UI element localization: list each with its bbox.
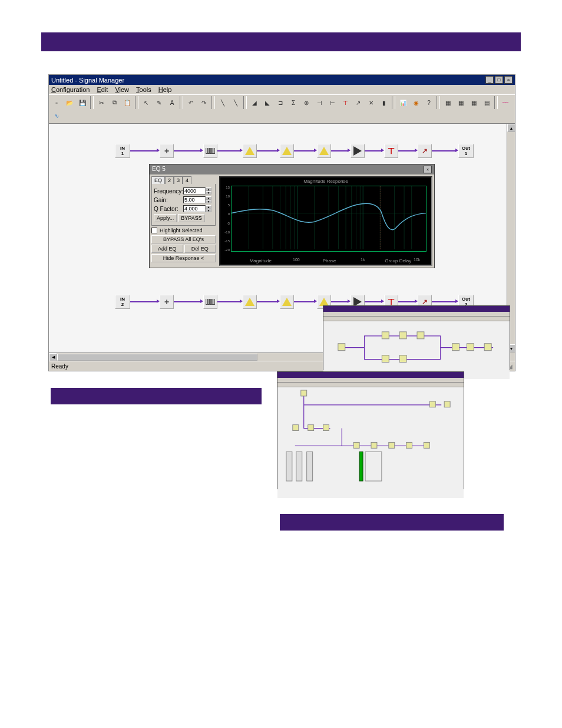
eq-node[interactable] [203,144,217,158]
menu-help[interactable]: Help [158,86,172,93]
new-icon[interactable]: ▫ [50,96,63,109]
graph-tab-group-delay[interactable]: Group Delay [369,258,427,263]
gain-spinner[interactable]: ▲▼ [206,196,211,203]
thumb-diagram [323,321,510,368]
polarity-icon[interactable]: ↗ [352,96,365,109]
scroll-up-icon[interactable]: ▲ [507,124,515,132]
frequency-spinner[interactable]: ▲▼ [206,187,211,195]
menu-edit[interactable]: Edit [97,86,108,93]
filter-node-3[interactable] [317,144,331,158]
thumb-diagram-2 [277,387,464,487]
add-eq-button[interactable]: Add EQ [151,245,183,253]
q-spinner[interactable]: ▲▼ [206,205,211,212]
sep-icon[interactable]: ╲ [216,96,229,109]
grid-icon[interactable]: ▤ [480,96,493,109]
filter-node-1b[interactable] [243,295,257,309]
hpf-icon[interactable]: ⊣ [313,96,326,109]
input-1-node[interactable]: IN 1 [115,144,130,158]
splitter-icon[interactable]: ⊕ [300,96,313,109]
close-icon[interactable]: × [504,76,513,84]
input-2-node[interactable]: IN 2 [115,295,130,309]
delay-icon[interactable]: ⊐ [274,96,287,109]
frequency-input[interactable] [183,187,206,195]
gain-right-icon[interactable]: ◣ [261,96,274,109]
save-icon[interactable]: 💾 [76,96,89,109]
menu-view[interactable]: View [115,86,129,93]
svg-rect-36 [371,442,377,448]
graph-plot-area[interactable] [231,186,427,252]
dsp-icon[interactable]: 📊 [396,96,409,109]
eq-dialog-titlebar[interactable]: EQ 5 × [150,164,434,174]
tab-4[interactable]: 4 [183,176,191,184]
help-icon[interactable]: ? [422,96,435,109]
caption-box-2 [280,514,504,531]
sine-icon[interactable]: 〰 [499,96,512,109]
wire [398,301,416,302]
thumb-menubar [277,378,464,383]
menu-tools[interactable]: Tools [136,86,151,93]
minimize-icon[interactable]: _ [485,76,494,84]
titlebar[interactable]: Untitled - Signal Manager _ □ × [49,75,515,85]
grid-icon[interactable]: ▦ [441,96,454,109]
copy-icon[interactable]: ⧉ [108,96,121,109]
separator [437,96,440,109]
maximize-icon[interactable]: □ [495,76,503,84]
eq-node-2[interactable] [203,295,217,309]
mixer-icon[interactable]: Σ [287,96,300,109]
sum-node-2[interactable]: + [160,295,174,309]
thumb-titlebar[interactable] [323,306,510,312]
undo-icon[interactable]: ↶ [184,96,197,109]
gain-node[interactable] [351,144,365,158]
filter-node-2[interactable] [280,144,294,158]
sum-node[interactable]: + [160,144,174,158]
meter-icon[interactable]: ▮ [378,96,391,109]
hide-response-button[interactable]: Hide Response < [151,254,216,262]
svg-rect-30 [484,344,491,351]
del-eq-button[interactable]: Del EQ [184,245,216,253]
scroll-left-icon[interactable]: ◀ [49,353,57,361]
scroll-thumb[interactable] [57,354,257,361]
output-1-label: Out 1 [462,146,470,156]
svg-rect-29 [467,344,474,351]
svg-rect-23 [382,332,389,339]
tab-2[interactable]: 2 [165,176,174,184]
caption-box-1 [51,388,262,404]
text-icon[interactable]: A [166,96,178,109]
limiter-node[interactable]: ⊤ [384,144,398,158]
sep-icon[interactable]: ╲ [229,96,242,109]
limiter-icon[interactable]: ⊤ [339,96,352,109]
svg-rect-28 [452,344,459,351]
open-icon[interactable]: 📂 [63,96,76,109]
output-1-node[interactable]: Out 1 [458,144,474,158]
lock-icon[interactable]: ◉ [409,96,422,109]
mute-icon[interactable]: ✕ [365,96,378,109]
bypass-button[interactable]: BYPASS [178,214,204,222]
gain-input[interactable] [183,196,206,203]
impulse-icon[interactable]: ∿ [50,109,63,122]
graph-tab-magnitude[interactable]: Magnitude [232,258,289,263]
thumb-titlebar[interactable] [277,372,464,378]
graph-tab-phase[interactable]: Phase [301,258,358,263]
apply-button[interactable]: Apply... [154,214,177,222]
polarity-node[interactable]: ↗ [418,144,432,158]
filter-node-2b[interactable] [280,295,294,309]
redo-icon[interactable]: ↷ [197,96,210,109]
bypass-all-button[interactable]: BYPASS All EQ's [151,235,216,243]
filter-node-1[interactable] [243,144,257,158]
pencil-icon[interactable]: ✎ [153,96,166,109]
lpf-icon[interactable]: ⊢ [326,96,339,109]
menu-configuration[interactable]: Configuration [51,86,90,93]
grid-icon[interactable]: ▦ [454,96,467,109]
svg-rect-40 [429,401,435,407]
paste-icon[interactable]: 📋 [121,96,134,109]
tab-eq[interactable]: EQ [151,176,165,184]
gain-left-icon[interactable]: ◢ [248,96,261,109]
q-input[interactable] [183,205,206,212]
svg-rect-27 [399,355,406,363]
tab-3[interactable]: 3 [174,176,183,184]
close-icon[interactable]: × [424,166,432,173]
pointer-icon[interactable]: ↖ [140,96,153,109]
grid-icon[interactable]: ▦ [467,96,480,109]
highlight-checkbox[interactable] [151,228,157,233]
cut-icon[interactable]: ✂ [95,96,108,109]
